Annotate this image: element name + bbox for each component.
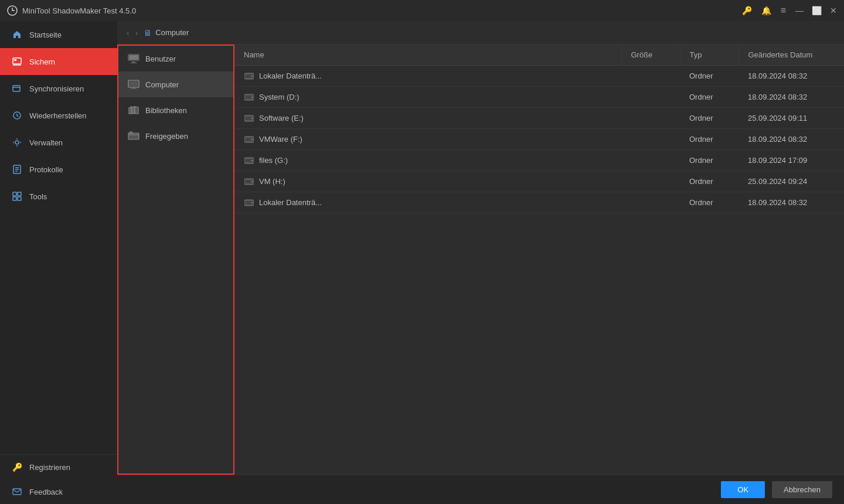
manage-icon (12, 137, 22, 148)
key-icon[interactable]: 🔑 (742, 6, 752, 15)
sidebar-label-sichern: Sichern (29, 57, 55, 66)
panel-label-benutzer: Benutzer (145, 55, 176, 63)
backup-icon (12, 56, 22, 67)
menu-icon[interactable]: ≡ (781, 5, 786, 16)
cell-typ: Ordner (680, 129, 738, 150)
sidebar-item-startseite[interactable]: Startseite (0, 21, 117, 48)
table-row[interactable]: Lokaler Datenträ...Ordner18.09.2024 08:3… (234, 66, 844, 87)
panel-nav-bibliotheken[interactable]: Bibliotheken (118, 97, 233, 123)
table-header: Name Größe Typ Geändertes Datum (234, 45, 844, 66)
content-area: ‹ › 🖥 Computer (117, 21, 844, 504)
sidebar-item-synchronisieren[interactable]: Synchronisieren (0, 75, 117, 102)
svg-rect-22 (130, 81, 138, 86)
cell-datum: 18.09.2024 08:32 (738, 129, 844, 150)
svg-rect-4 (13, 86, 20, 91)
drive-icon (244, 199, 254, 207)
svg-point-30 (251, 75, 253, 76)
drive-icon (244, 72, 254, 80)
sidebar-item-tools[interactable]: Tools (0, 183, 117, 210)
cell-name: Lokaler Datenträ... (234, 66, 621, 87)
close-button[interactable]: ✕ (830, 6, 837, 15)
cell-typ: Ordner (680, 171, 738, 192)
svg-rect-2 (14, 59, 16, 61)
table-row[interactable]: VM (H:)Ordner25.09.2024 09:24 (234, 171, 844, 192)
breadcrumb-label: Computer (155, 28, 189, 37)
drive-icon (244, 156, 254, 165)
sidebar-item-registrieren[interactable]: 🔑 Registrieren (0, 455, 117, 479)
svg-point-36 (251, 117, 253, 118)
svg-rect-26 (128, 133, 139, 139)
maximize-button[interactable]: ⬜ (812, 6, 822, 15)
breadcrumb-bar: ‹ › 🖥 Computer (117, 21, 844, 45)
col-name: Name (234, 45, 621, 66)
computer-panel-icon (128, 80, 139, 89)
breadcrumb: 🖥 Computer (144, 28, 189, 38)
table-row[interactable]: VMWare (F:)Ordner18.09.2024 08:32 (234, 129, 844, 150)
minimize-button[interactable]: — (795, 6, 804, 15)
window-controls: — ⬜ ✕ (795, 6, 837, 15)
cell-datum: 18.09.2024 17:09 (738, 150, 844, 171)
sidebar-item-wiederherstellen[interactable]: Wiederherstellen (0, 102, 117, 129)
table-row[interactable]: files (G:)Ordner18.09.2024 17:09 (234, 150, 844, 171)
cell-name: System (D:) (234, 87, 621, 108)
svg-point-7 (15, 141, 19, 144)
panel-nav-computer[interactable]: Computer (118, 71, 233, 97)
sidebar-item-feedback[interactable]: Feedback (0, 479, 117, 504)
cell-name: Software (E:) (234, 108, 621, 129)
cell-datum: 18.09.2024 08:32 (738, 192, 844, 213)
panel-nav-benutzer[interactable]: Benutzer (118, 46, 233, 71)
restore-icon (12, 110, 22, 121)
sidebar-item-verwalten[interactable]: Verwalten (0, 129, 117, 156)
back-button[interactable]: ‹ (127, 28, 130, 38)
cell-typ: Ordner (680, 192, 738, 213)
col-typ: Typ (680, 45, 738, 66)
file-panel: Benutzer Computer (117, 45, 844, 475)
panel-label-computer: Computer (145, 80, 179, 89)
svg-point-48 (251, 202, 253, 203)
shared-panel-icon (128, 131, 139, 141)
svg-rect-14 (13, 197, 16, 200)
tools-icon (12, 191, 22, 202)
svg-rect-24 (131, 88, 137, 89)
logs-icon (12, 164, 22, 175)
drive-icon (244, 178, 254, 186)
cell-groesse (621, 171, 680, 192)
sidebar-bottom: 🔑 Registrieren Feedback (0, 454, 117, 504)
col-groesse: Größe (621, 45, 680, 66)
drive-icon (244, 93, 254, 101)
titlebar: MiniTool ShadowMaker Test 4.5.0 🔑 🔔 ≡ — … (0, 0, 844, 21)
sidebar-label-protokolle: Protokolle (29, 165, 63, 174)
bell-icon[interactable]: 🔔 (761, 6, 771, 15)
cell-groesse (621, 66, 680, 87)
svg-rect-19 (132, 62, 135, 63)
svg-point-39 (251, 138, 253, 139)
cell-groesse (621, 150, 680, 171)
key-icon: 🔑 (12, 462, 22, 472)
sidebar-label-synchronisieren: Synchronisieren (29, 84, 84, 93)
table-row[interactable]: Software (E:)Ordner25.09.2024 09:11 (234, 108, 844, 129)
sidebar-label-tools: Tools (29, 192, 47, 201)
file-table: Name Größe Typ Geändertes Datum Lokaler … (234, 45, 844, 213)
sidebar-item-sichern[interactable]: Sichern (0, 48, 117, 75)
sidebar-item-protokolle[interactable]: Protokolle (0, 156, 117, 183)
toolbar-icons: 🔑 🔔 ≡ (742, 5, 786, 16)
cell-typ: Ordner (680, 150, 738, 171)
panel-nav-freigegeben[interactable]: Freigegeben (118, 123, 233, 149)
table-row[interactable]: System (D:)Ordner18.09.2024 08:32 (234, 87, 844, 108)
svg-rect-18 (129, 55, 138, 60)
cell-name: VM (H:) (234, 171, 621, 192)
ok-button[interactable]: OK (721, 481, 765, 498)
cell-datum: 25.09.2024 09:11 (738, 108, 844, 129)
forward-button[interactable]: › (135, 28, 138, 38)
left-nav-panel: Benutzer Computer (117, 45, 234, 475)
panel-label-bibliotheken: Bibliotheken (145, 106, 187, 115)
libraries-panel-icon (128, 105, 139, 115)
svg-point-42 (251, 159, 253, 161)
svg-point-33 (251, 96, 253, 97)
app-title: MiniTool ShadowMaker Test 4.5.0 (22, 6, 742, 15)
cancel-button[interactable]: Abbrechen (772, 481, 832, 498)
table-row[interactable]: Lokaler Datenträ...Ordner18.09.2024 08:3… (234, 192, 844, 213)
cell-datum: 18.09.2024 08:32 (738, 87, 844, 108)
cell-datum: 18.09.2024 08:32 (738, 66, 844, 87)
home-icon (12, 29, 22, 40)
